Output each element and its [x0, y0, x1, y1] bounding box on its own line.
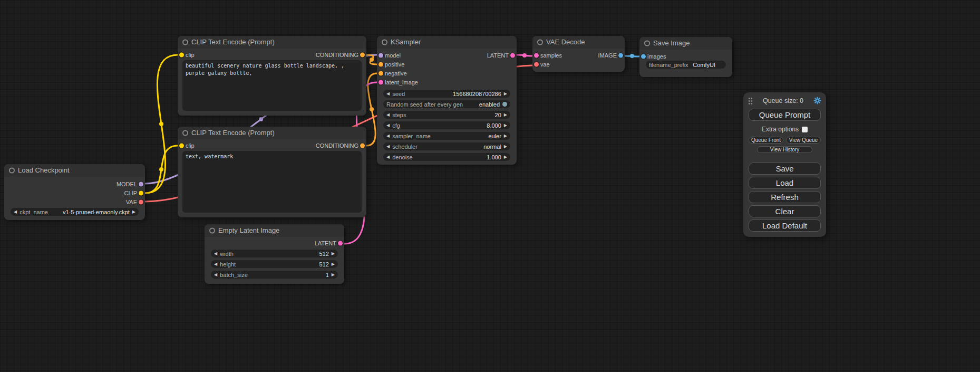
denoise-widget[interactable]: ◀ denoise 1.000 ▶ — [383, 153, 510, 161]
collapse-toggle-icon[interactable] — [537, 40, 543, 45]
output-port-image[interactable] — [618, 53, 623, 58]
port-row: MODEL — [4, 179, 145, 188]
drag-handle-icon[interactable] — [748, 97, 753, 104]
output-port-latent[interactable] — [510, 53, 515, 58]
extra-options-checkbox[interactable] — [802, 127, 808, 132]
increment-arrow-icon[interactable]: ▶ — [504, 155, 507, 159]
save-button[interactable]: Save — [749, 163, 821, 175]
width-widget[interactable]: ◀ width 512 ▶ — [211, 250, 338, 257]
settings-gear-icon[interactable] — [813, 97, 821, 104]
increment-arrow-icon[interactable]: ▶ — [504, 134, 507, 138]
node-titlebar[interactable]: Save Image — [639, 37, 732, 50]
collapse-toggle-icon[interactable] — [182, 130, 188, 136]
view-queue-button[interactable]: View Queue — [786, 137, 821, 144]
decrement-arrow-icon[interactable]: ◀ — [214, 262, 217, 266]
filename-prefix-widget[interactable]: filename_prefix ComfyUI — [646, 61, 726, 69]
sampler-name-widget[interactable]: ◀ sampler_name euler ▶ — [383, 132, 510, 140]
random-seed-toggle-widget[interactable]: Random seed after every gen enabled — [383, 100, 510, 108]
increment-arrow-icon[interactable]: ▶ — [332, 262, 335, 266]
output-label-latent: LATENT — [315, 240, 336, 246]
increment-arrow-icon[interactable]: ▶ — [332, 252, 335, 256]
negative-prompt-textarea[interactable]: text, watermark — [182, 151, 362, 213]
node-title: VAE Decode — [546, 38, 585, 46]
node-ksampler[interactable]: KSampler model LATENT positive negative … — [377, 36, 517, 165]
widget-label: scheduler — [392, 144, 418, 150]
collapse-toggle-icon[interactable] — [9, 168, 15, 174]
batch-size-widget[interactable]: ◀ batch_size 1 ▶ — [211, 271, 338, 279]
node-titlebar[interactable]: KSampler — [377, 36, 517, 49]
decrement-arrow-icon[interactable]: ◀ — [14, 210, 17, 214]
output-label-latent: LATENT — [487, 52, 509, 59]
seed-widget[interactable]: ◀ seed 156680208700286 ▶ — [383, 90, 510, 98]
decrement-arrow-icon[interactable]: ◀ — [386, 134, 390, 138]
output-port-model[interactable] — [139, 182, 143, 186]
queue-prompt-button[interactable]: Queue Prompt — [749, 109, 821, 121]
input-port-negative[interactable] — [379, 71, 383, 75]
increment-arrow-icon[interactable]: ▶ — [504, 123, 507, 128]
widget-label: height — [220, 261, 236, 268]
increment-arrow-icon[interactable]: ▶ — [504, 92, 507, 96]
output-port-conditioning[interactable] — [360, 143, 365, 148]
node-clip-text-encode-negative[interactable]: CLIP Text Encode (Prompt) clip CONDITION… — [178, 127, 366, 217]
scheduler-widget[interactable]: ◀ scheduler normal ▶ — [383, 142, 510, 150]
decrement-arrow-icon[interactable]: ◀ — [214, 273, 217, 277]
toggle-dot-icon[interactable] — [502, 102, 507, 107]
node-save-image[interactable]: Save Image images filename_prefix ComfyU… — [639, 37, 732, 77]
increment-arrow-icon[interactable]: ▶ — [504, 113, 507, 117]
input-port-clip[interactable] — [179, 143, 184, 148]
increment-arrow-icon[interactable]: ▶ — [504, 145, 507, 149]
output-port-latent[interactable] — [338, 241, 343, 245]
node-vae-decode[interactable]: VAE Decode samples IMAGE vae — [532, 36, 625, 72]
input-port-latent-image[interactable] — [379, 80, 383, 84]
increment-arrow-icon[interactable]: ▶ — [132, 210, 135, 214]
collapse-toggle-icon[interactable] — [209, 228, 215, 234]
widget-label: denoise — [392, 154, 413, 160]
node-title: Load Checkpoint — [18, 166, 70, 174]
output-port-conditioning[interactable] — [360, 52, 365, 57]
decrement-arrow-icon[interactable]: ◀ — [386, 92, 390, 96]
node-load-checkpoint[interactable]: Load Checkpoint MODEL CLIP VAE ◀ ckpt_na… — [4, 164, 145, 220]
port-row: model LATENT — [377, 51, 517, 60]
refresh-button[interactable]: Refresh — [749, 191, 821, 203]
node-empty-latent-image[interactable]: Empty Latent Image LATENT ◀ width 512 ▶ … — [205, 224, 344, 284]
node-titlebar[interactable]: CLIP Text Encode (Prompt) — [178, 127, 366, 139]
collapse-toggle-icon[interactable] — [644, 41, 650, 46]
decrement-arrow-icon[interactable]: ◀ — [386, 123, 390, 128]
increment-arrow-icon[interactable]: ▶ — [332, 273, 335, 277]
load-button[interactable]: Load — [749, 177, 821, 189]
input-port-positive[interactable] — [379, 62, 383, 66]
widget-value: ComfyUI — [693, 62, 715, 68]
collapse-toggle-icon[interactable] — [182, 40, 188, 45]
wire-samples-midpoint-dot — [522, 53, 527, 58]
node-titlebar[interactable]: VAE Decode — [532, 36, 625, 49]
output-port-clip[interactable] — [139, 190, 143, 195]
output-port-vae[interactable] — [139, 199, 143, 204]
view-history-button[interactable]: View History — [757, 146, 812, 153]
node-clip-text-encode-positive[interactable]: CLIP Text Encode (Prompt) clip CONDITION… — [178, 36, 366, 116]
port-row: LATENT — [205, 239, 344, 247]
decrement-arrow-icon[interactable]: ◀ — [214, 252, 217, 256]
load-default-button[interactable]: Load Default — [749, 220, 821, 232]
steps-widget[interactable]: ◀ steps 20 ▶ — [383, 111, 510, 119]
input-port-clip[interactable] — [179, 52, 184, 57]
clear-button[interactable]: Clear — [749, 205, 821, 217]
decrement-arrow-icon[interactable]: ◀ — [386, 145, 390, 149]
node-titlebar[interactable]: Empty Latent Image — [205, 224, 344, 237]
collapse-toggle-icon[interactable] — [382, 40, 387, 45]
queue-front-button[interactable]: Queue Front — [749, 137, 783, 144]
positive-prompt-textarea[interactable]: beautiful scenery nature glass bottle la… — [182, 60, 362, 111]
cfg-widget[interactable]: ◀ cfg 8.000 ▶ — [383, 121, 510, 129]
node-titlebar[interactable]: Load Checkpoint — [4, 164, 145, 177]
decrement-arrow-icon[interactable]: ◀ — [386, 155, 390, 159]
input-port-vae[interactable] — [534, 62, 539, 66]
port-row: CLIP — [4, 188, 145, 197]
output-label-model: MODEL — [117, 181, 137, 187]
height-widget[interactable]: ◀ height 512 ▶ — [211, 260, 338, 268]
input-port-samples[interactable] — [534, 53, 539, 58]
ckpt-name-widget[interactable]: ◀ ckpt_name v1-5-pruned-emaonly.ckpt ▶ — [11, 208, 139, 216]
decrement-arrow-icon[interactable]: ◀ — [386, 113, 390, 117]
input-port-images[interactable] — [641, 54, 646, 59]
input-port-model[interactable] — [379, 53, 383, 58]
output-label-vae: VAE — [126, 199, 137, 205]
node-titlebar[interactable]: CLIP Text Encode (Prompt) — [178, 36, 366, 49]
